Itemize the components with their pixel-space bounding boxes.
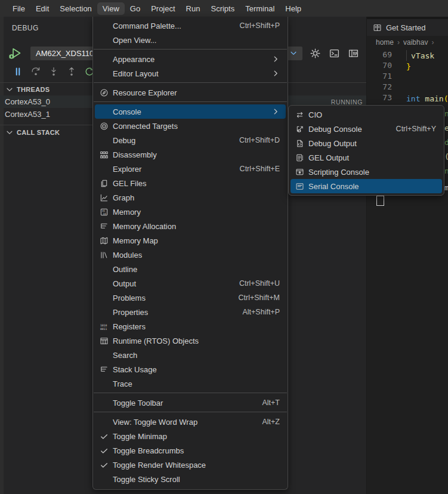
menu-item-gel-files[interactable]: GEL Files (95, 176, 286, 190)
modules-icon (95, 251, 113, 260)
scripting-console-icon (291, 168, 308, 177)
line-number: 70 (367, 61, 392, 72)
line-content: } (392, 61, 411, 72)
menu-item-label: Stack Usage (113, 365, 280, 374)
gear-icon[interactable] (309, 48, 322, 59)
menu-item-runtime-rtos-objects[interactable]: Runtime (RTOS) Objects (95, 334, 286, 348)
breadcrumb-separator: › (431, 38, 434, 47)
menubar-item-project[interactable]: Project (146, 2, 180, 15)
callstack-section-label: CALL STACK (17, 129, 60, 136)
menu-item-label: Explorer (113, 165, 229, 174)
menu-item-editor-layout[interactable]: Editor Layout (95, 66, 286, 81)
tab-get-started[interactable]: Get Started (367, 19, 448, 36)
menu-item-serial-console[interactable]: Serial Console (291, 179, 442, 193)
menu-item-graph[interactable]: Graph (95, 190, 286, 205)
menu-item-label: Open View... (113, 36, 280, 45)
code-fragment: n (444, 166, 448, 175)
menubar-item-scripts[interactable]: Scripts (205, 2, 240, 15)
menubar-item-edit[interactable]: Edit (30, 2, 54, 15)
code-token: vTask (411, 51, 434, 60)
menu-item-label: Toggle Toolbar (113, 399, 251, 407)
menu-item-toggle-toolbar[interactable]: Toggle ToolbarAlt+T (95, 396, 286, 410)
menu-item-memory-allocation[interactable]: Memory Allocation (95, 219, 286, 233)
menu-item-debug-console[interactable]: Debug ConsoleCtrl+Shift+Y (291, 122, 442, 136)
svg-text:1010: 1010 (100, 323, 106, 326)
menu-separator (94, 82, 287, 83)
menu-item-label: CIO (308, 110, 436, 119)
menu-item-output[interactable]: OutputCtrl+Shift+U (95, 276, 286, 291)
menubar-item-go[interactable]: Go (125, 2, 146, 15)
menu-item-scripting-console[interactable]: Scripting Console (291, 165, 442, 179)
editor-area[interactable]: Get Started home›vaibhav› 69vTask70}7172… (366, 17, 448, 494)
menubar-item-help[interactable]: Help (280, 2, 307, 15)
menu-item-label: Disassembly (113, 150, 280, 159)
menu-item-properties[interactable]: PropertiesAlt+Shift+P (95, 305, 286, 319)
code-token: main (420, 94, 443, 103)
breadcrumb-item-home[interactable]: home (376, 38, 394, 47)
threads-section-label: THREADS (17, 86, 50, 93)
step-into-button[interactable] (48, 66, 59, 77)
breadcrumb-item-vaibhav[interactable]: vaibhav (403, 38, 428, 47)
menu-item-resource-explorer[interactable]: Resource Explorer (95, 85, 286, 100)
menu-item-explorer[interactable]: ExplorerCtrl+Shift+E (95, 162, 286, 176)
step-over-button[interactable] (30, 66, 41, 77)
menu-item-debug-output[interactable]: Debug Output (291, 136, 442, 150)
line-number: 73 (367, 93, 392, 104)
menu-item-appearance[interactable]: Appearance (95, 52, 286, 66)
menu-item-modules[interactable]: Modules (95, 248, 286, 262)
app-window: DEBUG AM62X_XDS110 THREADS CortexA53_0RU… (0, 0, 448, 494)
debug-config-value: AM62X_XDS110 (36, 49, 94, 58)
disassembly-icon (95, 150, 113, 159)
menu-item-view-toggle-word-wrap[interactable]: View: Toggle Word WrapAlt+Z (95, 415, 286, 429)
menubar-item-terminal[interactable]: Terminal (240, 2, 280, 15)
menu-separator (94, 101, 287, 102)
menu-item-outline[interactable]: Outline (95, 262, 286, 276)
menu-item-shortcut: Ctrl+Shift+D (239, 136, 280, 144)
debug-controls-toolbar (12, 66, 95, 77)
menu-item-label: Debug Console (308, 125, 385, 134)
menu-item-open-view[interactable]: Open View... (95, 33, 286, 47)
menu-item-search[interactable]: Search (95, 348, 286, 362)
menu-item-toggle-render-whitespace[interactable]: Toggle Render Whitespace (95, 458, 286, 472)
menu-separator (94, 412, 287, 412)
menu-item-gel-output[interactable]: GEL Output (291, 150, 442, 165)
check-icon (95, 432, 113, 441)
line-content (392, 82, 406, 93)
pause-button[interactable] (12, 66, 23, 77)
terminal-icon[interactable] (328, 48, 341, 59)
menu-item-toggle-breadcrumbs[interactable]: Toggle Breadcrumbs (95, 443, 286, 458)
menubar-item-selection[interactable]: Selection (54, 2, 97, 15)
menu-item-memory-map[interactable]: Memory Map (95, 233, 286, 248)
menu-item-stack-usage[interactable]: Stack Usage (95, 362, 286, 376)
menu-item-label: Resource Explorer (113, 88, 280, 97)
menu-item-label: Toggle Render Whitespace (113, 461, 280, 470)
menu-item-console[interactable]: Console (95, 104, 286, 119)
menu-item-problems[interactable]: ProblemsCtrl+Shift+M (95, 291, 286, 305)
menu-item-label: Graph (113, 193, 280, 202)
table-icon (95, 336, 113, 345)
check-icon (95, 461, 113, 470)
menu-item-toggle-minimap[interactable]: Toggle Minimap (95, 429, 286, 443)
menubar-item-view[interactable]: View (97, 2, 125, 15)
menu-item-trace[interactable]: Trace (95, 376, 286, 391)
menu-item-registers[interactable]: 10100011Registers (95, 319, 286, 334)
menu-item-label: Debug (113, 136, 228, 145)
menu-item-label: Properties (113, 308, 231, 317)
menu-item-label: Editor Layout (113, 69, 261, 78)
step-out-button[interactable] (66, 66, 77, 77)
menu-separator (94, 49, 287, 50)
code-fragment: m (444, 183, 448, 192)
menu-item-label: Registers (113, 322, 280, 331)
menu-item-label: Runtime (RTOS) Objects (113, 336, 280, 345)
menu-item-memory[interactable]: 0110Memory (95, 205, 286, 219)
menu-item-cio[interactable]: CIO (291, 107, 442, 122)
menu-item-connected-targets[interactable]: Connected Targets (95, 119, 286, 133)
menu-item-command-palette[interactable]: Command Palette...Ctrl+Shift+P (95, 18, 286, 33)
menubar-item-run[interactable]: Run (181, 2, 206, 15)
menu-item-disassembly[interactable]: Disassembly (95, 147, 286, 162)
chevron-right-icon (271, 107, 280, 116)
menubar-item-file[interactable]: File (7, 2, 30, 15)
menu-item-debug[interactable]: DebugCtrl+Shift+D (95, 133, 286, 147)
menu-item-toggle-sticky-scroll[interactable]: Toggle Sticky Scroll (95, 472, 286, 486)
open-panel-icon[interactable] (347, 48, 360, 59)
